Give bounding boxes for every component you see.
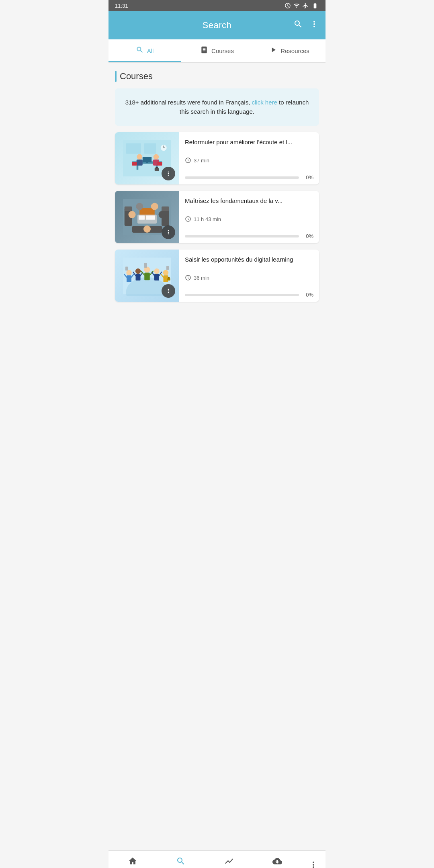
tab-all-label: All — [147, 47, 154, 54]
tabs-bar: All Courses Resources — [108, 39, 326, 63]
course-title-3: Saisir les opportunités du digital learn… — [185, 255, 313, 264]
tab-courses[interactable]: Courses — [181, 39, 253, 62]
course-progress-2: 0% — [185, 233, 313, 239]
nav-more[interactable] — [301, 857, 326, 868]
svg-point-32 — [159, 211, 166, 218]
clock-icon-1 — [185, 157, 191, 164]
svg-point-52 — [163, 270, 169, 276]
svg-point-29 — [129, 211, 136, 218]
header-more-icon[interactable] — [309, 19, 319, 31]
course-thumbnail-2 — [115, 191, 179, 243]
tab-resources[interactable]: Resources — [253, 39, 326, 62]
course-duration-text-3: 36 min — [194, 275, 209, 281]
search-nav-icon — [176, 856, 186, 866]
status-time: 11:31 — [115, 3, 128, 9]
progress-text-2: 0% — [302, 233, 313, 239]
progress-bar-3 — [185, 294, 299, 296]
svg-rect-37 — [127, 275, 131, 282]
resources-tab-icon — [269, 46, 277, 56]
clock-icon-3 — [185, 274, 191, 281]
course-progress-3: 0% — [185, 292, 313, 298]
course-duration-1: 37 min — [185, 157, 313, 164]
courses-section-title: Courses — [120, 71, 153, 82]
course-1-more-btn[interactable] — [162, 167, 175, 180]
courses-section-header: Courses — [115, 71, 319, 82]
svg-rect-10 — [146, 162, 148, 163]
course-duration-2: 11 h 43 min — [185, 216, 313, 222]
info-text-1: 318+ additional results were found in Fr… — [125, 99, 250, 106]
battery-icon — [311, 2, 319, 9]
svg-rect-23 — [162, 207, 169, 211]
airplane-icon — [302, 2, 309, 9]
tab-all[interactable]: All — [108, 39, 181, 62]
course-info-2: Maîtrisez les fondamentaux de la v... 11… — [179, 191, 319, 243]
svg-point-40 — [135, 268, 141, 274]
all-tab-icon — [136, 46, 144, 56]
svg-rect-27 — [139, 215, 145, 220]
svg-rect-59 — [144, 263, 147, 268]
header-title: Search — [203, 20, 232, 31]
svg-rect-55 — [167, 278, 170, 280]
home-nav-icon — [128, 856, 137, 866]
bottom-nav: Home Search Activity Downloads — [108, 850, 326, 868]
svg-rect-58 — [166, 266, 169, 270]
header-icons — [293, 19, 319, 31]
activity-nav-icon — [224, 856, 234, 866]
tab-courses-label: Courses — [211, 47, 234, 54]
alarm-icon — [285, 2, 291, 9]
course-info-3: Saisir les opportunités du digital learn… — [179, 250, 319, 302]
svg-rect-16 — [158, 162, 162, 166]
courses-tab-icon — [200, 46, 208, 56]
course-card-2[interactable]: Maîtrisez les fondamentaux de la v... 11… — [115, 191, 319, 243]
course-title-2: Maîtrisez les fondamentaux de la v... — [185, 197, 313, 205]
wifi-icon — [293, 2, 300, 9]
main-content: Courses 318+ additional results were fou… — [108, 63, 326, 850]
course-progress-1: 0% — [185, 174, 313, 180]
course-duration-3: 36 min — [185, 274, 313, 281]
svg-point-13 — [154, 154, 159, 160]
svg-rect-9 — [143, 157, 152, 162]
svg-rect-18 — [156, 167, 158, 168]
course-3-more-btn[interactable] — [162, 284, 175, 298]
nav-search[interactable]: Search — [157, 853, 205, 868]
svg-rect-21 — [125, 207, 132, 211]
course-card-1[interactable]: Reformuler pour améliorer l'écoute et l.… — [115, 132, 319, 184]
course-title-1: Reformuler pour améliorer l'écoute et l.… — [185, 138, 313, 146]
tab-resources-label: Resources — [280, 47, 309, 54]
app-header: Search — [108, 11, 326, 39]
course-thumbnail-1 — [115, 132, 179, 184]
status-bar: 11:31 — [108, 0, 326, 11]
svg-point-33 — [143, 225, 151, 233]
clock-icon-2 — [185, 216, 191, 222]
svg-point-36 — [126, 270, 132, 276]
more-nav-icon — [309, 860, 318, 868]
downloads-nav-icon — [272, 856, 282, 866]
svg-rect-45 — [144, 273, 150, 280]
svg-rect-56 — [168, 277, 170, 278]
nav-downloads[interactable]: Downloads — [253, 853, 301, 868]
course-duration-text-2: 11 h 43 min — [194, 216, 221, 222]
svg-point-11 — [137, 154, 143, 160]
progress-text-1: 0% — [302, 174, 313, 180]
course-2-more-btn[interactable] — [162, 225, 175, 239]
header-search-icon[interactable] — [293, 19, 303, 31]
svg-rect-15 — [132, 162, 137, 166]
svg-rect-57 — [125, 267, 128, 271]
nav-activity[interactable]: Activity — [205, 853, 253, 868]
svg-rect-2 — [144, 143, 156, 154]
svg-point-48 — [154, 268, 160, 274]
svg-rect-41 — [136, 274, 141, 281]
nav-home[interactable]: Home — [108, 853, 157, 868]
click-here-link[interactable]: click here — [252, 99, 277, 106]
section-accent-bar — [115, 71, 117, 82]
svg-rect-49 — [154, 274, 159, 281]
svg-rect-28 — [146, 215, 155, 220]
svg-rect-1 — [126, 143, 141, 154]
course-thumbnail-3 — [115, 250, 179, 302]
svg-rect-12 — [137, 160, 143, 166]
course-card-3[interactable]: Saisir les opportunités du digital learn… — [115, 250, 319, 302]
course-duration-text-1: 37 min — [194, 158, 209, 164]
progress-text-3: 0% — [302, 292, 313, 298]
info-banner: 318+ additional results were found in Fr… — [115, 88, 319, 126]
progress-bar-2 — [185, 235, 299, 237]
